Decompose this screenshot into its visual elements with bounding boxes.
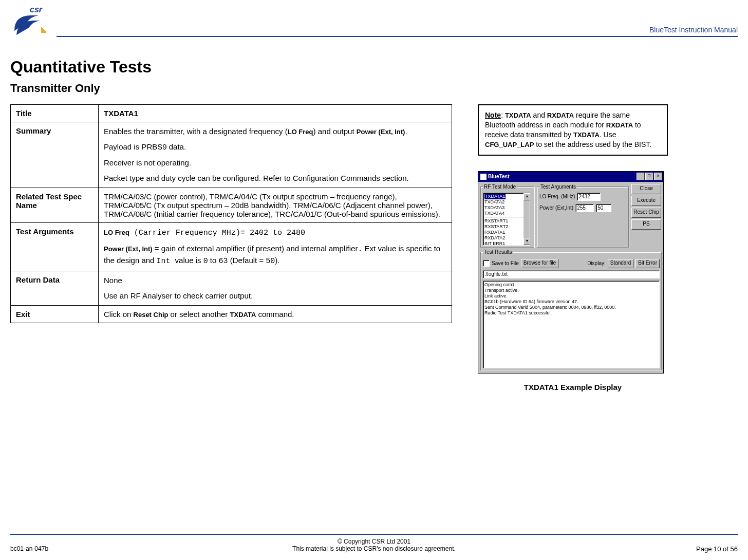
close-button[interactable]: Close [631,184,661,194]
note-box: Note: TXDATA and RXDATA require the same… [478,104,668,156]
row-label: Return Data [11,271,99,306]
row-value: TXDATA1 [104,109,138,118]
table-row: Summary Enables the transmitter, with a … [11,122,452,188]
power-ext-input[interactable]: 255 [575,204,594,212]
title-bar: BlueTest _ □ × [478,172,663,182]
row-value: None Use an RF Analyser to check carrier… [99,271,452,306]
display-dropdown[interactable]: Standard [608,259,634,268]
table-row: Related Test Spec Name TRM/CA/03/C (powe… [11,188,452,223]
power-int-input[interactable]: 50 [596,204,611,212]
group-label: Test Arguments [539,184,577,190]
document-title: BlueTest Instruction Manual [57,26,738,34]
reset-chip-button[interactable]: Reset Chip [631,208,661,218]
close-icon[interactable]: × [654,173,662,180]
list-item[interactable]: RXDATA2 [484,235,530,241]
footer-divider [10,534,738,535]
row-label: Summary [11,122,99,188]
list-item[interactable]: RXSTART1 [484,218,530,224]
display-label: Display: [587,260,606,266]
bit-error-button[interactable]: Bit Error [635,259,660,268]
test-mode-list[interactable]: TXDATA1 TXDATA2 TXDATA3 TXDATA4 RXSTART1… [483,193,530,246]
arg-label: Power (Ext,Int) [539,205,573,211]
bluetest-window: BlueTest _ □ × RF Test Mode TXDATA1 TXD [478,171,664,374]
row-label: Test Arguments [11,223,99,271]
row-label: Related Test Spec Name [11,188,99,223]
window-title: BlueTest [488,174,636,179]
row-label: Title [11,105,99,122]
app-icon [480,174,487,180]
group-label: Test Results [483,249,513,255]
checkbox-label: Save to File [492,260,519,266]
results-textarea[interactable]: Opening com1. Transport active. Link act… [483,281,660,368]
lo-freq-input[interactable]: 2432 [577,193,601,201]
list-item[interactable]: BIT ERR1 [484,241,530,246]
save-to-file-checkbox[interactable] [483,260,490,267]
scroll-up-icon[interactable]: ▲ [523,193,530,200]
list-item[interactable]: TXDATA4 [484,211,530,216]
table-row: Test Arguments LO Freq (Carrier Frequenc… [11,223,452,271]
scroll-down-icon[interactable]: ▼ [523,238,530,245]
footer-copyright: © Copyright CSR Ltd 2001 This material i… [192,538,556,552]
table-row: Exit Click on Reset Chip or select anoth… [11,306,452,323]
header-divider [57,36,738,37]
table-row: Return Data None Use an RF Analyser to c… [11,271,452,306]
arg-label: LO Freq. (MHz) [539,194,575,199]
row-value: TRM/CA/03/C (power control), TRM/CA/04/C… [99,188,452,223]
list-item[interactable]: RXSTART2 [484,224,530,230]
browse-button[interactable]: Browse for file [521,259,558,268]
footer-doc-id: bc01-an-047b [10,538,192,552]
row-value: Click on Reset Chip or select another TX… [99,306,452,323]
footer-page-number: Page 10 of 56 [556,538,738,553]
maximize-icon[interactable]: □ [645,173,653,180]
list-item-selected[interactable]: TXDATA1 [484,194,506,199]
spec-table: Title TXDATA1 Summary Enables the transm… [10,104,452,323]
minimize-icon[interactable]: _ [637,173,645,180]
csr-logo: csr [10,5,46,37]
row-value: Enables the transmitter, with a designat… [99,122,452,188]
row-label: Exit [11,306,99,323]
scrollbar[interactable]: ▲ ▼ [523,193,530,245]
svg-text:csr: csr [30,5,43,14]
list-item[interactable]: RXDATA1 [484,230,530,235]
row-value: LO Freq (Carrier Frequency MHz)= 2402 to… [99,223,452,271]
execute-button[interactable]: Execute [631,196,661,206]
list-item[interactable]: TXDATA2 [484,199,530,205]
ps-button[interactable]: PS [631,219,661,230]
group-label: RF Test Mode [483,184,517,190]
list-item[interactable]: TXDATA3 [484,205,530,211]
section-heading: Quantitative Tests [10,58,738,77]
table-row: Title TXDATA1 [11,105,452,122]
figure-caption: TXDATA1 Example Display [478,383,668,391]
logfile-input[interactable]: .\logfile.txt [483,270,660,278]
subsection-heading: Transmitter Only [10,82,738,95]
